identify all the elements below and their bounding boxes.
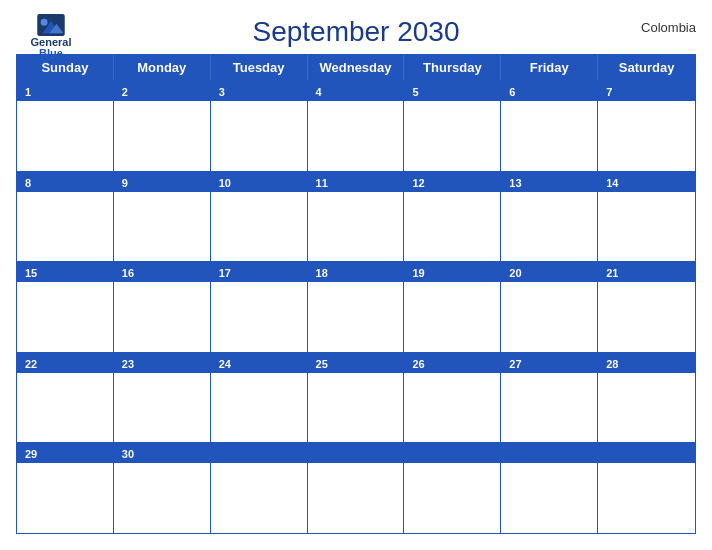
day-headers-row: Sunday Monday Tuesday Wednesday Thursday… xyxy=(17,55,695,80)
week-row-4: 22232425262728 xyxy=(17,352,695,443)
day-cell-21: 21 xyxy=(598,262,695,352)
day-cell-2: 2 xyxy=(114,81,211,171)
day-cell-9: 9 xyxy=(114,172,211,262)
day-cell-1: 1 xyxy=(17,81,114,171)
day-cell-empty-4-6 xyxy=(598,443,695,533)
header-monday: Monday xyxy=(114,55,211,80)
day-cell-25: 25 xyxy=(308,353,405,443)
day-cell-18: 18 xyxy=(308,262,405,352)
logo-blue-text: Blue xyxy=(39,48,63,59)
day-number-8: 8 xyxy=(22,176,34,191)
country-label: Colombia xyxy=(641,20,696,35)
day-cell-24: 24 xyxy=(211,353,308,443)
day-cell-4: 4 xyxy=(308,81,405,171)
day-number-3: 3 xyxy=(216,85,228,100)
day-number-10: 10 xyxy=(216,176,234,191)
day-cell-13: 13 xyxy=(501,172,598,262)
week-row-5: 2930 xyxy=(17,442,695,533)
day-number-12: 12 xyxy=(409,176,427,191)
day-cell-29: 29 xyxy=(17,443,114,533)
day-number-22: 22 xyxy=(22,357,40,372)
day-cell-7: 7 xyxy=(598,81,695,171)
header-friday: Friday xyxy=(501,55,598,80)
day-cell-28: 28 xyxy=(598,353,695,443)
week-row-1: 1234567 xyxy=(17,80,695,171)
day-cell-15: 15 xyxy=(17,262,114,352)
day-number-16: 16 xyxy=(119,266,137,281)
day-number-7: 7 xyxy=(603,85,615,100)
day-cell-16: 16 xyxy=(114,262,211,352)
day-cell-8: 8 xyxy=(17,172,114,262)
day-cell-22: 22 xyxy=(17,353,114,443)
day-number-20: 20 xyxy=(506,266,524,281)
week-row-3: 15161718192021 xyxy=(17,261,695,352)
day-number-27: 27 xyxy=(506,357,524,372)
day-number-29: 29 xyxy=(22,447,40,462)
day-cell-23: 23 xyxy=(114,353,211,443)
day-cell-27: 27 xyxy=(501,353,598,443)
weeks-container: 1234567891011121314151617181920212223242… xyxy=(17,80,695,533)
svg-point-3 xyxy=(41,19,48,26)
day-cell-19: 19 xyxy=(404,262,501,352)
day-cell-26: 26 xyxy=(404,353,501,443)
week-row-2: 891011121314 xyxy=(17,171,695,262)
general-blue-logo-icon xyxy=(37,14,65,36)
day-cell-17: 17 xyxy=(211,262,308,352)
day-number-4: 4 xyxy=(313,85,325,100)
day-cell-empty-4-3 xyxy=(308,443,405,533)
day-number-6: 6 xyxy=(506,85,518,100)
day-cell-14: 14 xyxy=(598,172,695,262)
day-number-18: 18 xyxy=(313,266,331,281)
day-cell-3: 3 xyxy=(211,81,308,171)
day-number-11: 11 xyxy=(313,176,331,191)
day-cell-20: 20 xyxy=(501,262,598,352)
day-number-25: 25 xyxy=(313,357,331,372)
calendar-title: September 2030 xyxy=(252,16,459,48)
day-cell-empty-4-4 xyxy=(404,443,501,533)
day-number-9: 9 xyxy=(119,176,131,191)
day-number-15: 15 xyxy=(22,266,40,281)
logo-area: General Blue xyxy=(16,14,86,59)
header-thursday: Thursday xyxy=(404,55,501,80)
day-number-28: 28 xyxy=(603,357,621,372)
day-cell-11: 11 xyxy=(308,172,405,262)
day-cell-empty-4-2 xyxy=(211,443,308,533)
day-number-23: 23 xyxy=(119,357,137,372)
calendar-grid: Sunday Monday Tuesday Wednesday Thursday… xyxy=(16,54,696,534)
day-number-19: 19 xyxy=(409,266,427,281)
header-wednesday: Wednesday xyxy=(308,55,405,80)
day-number-1: 1 xyxy=(22,85,34,100)
day-number-26: 26 xyxy=(409,357,427,372)
day-number-2: 2 xyxy=(119,85,131,100)
day-number-13: 13 xyxy=(506,176,524,191)
calendar-container: General Blue September 2030 Colombia Sun… xyxy=(0,0,712,550)
day-number-24: 24 xyxy=(216,357,234,372)
calendar-header: General Blue September 2030 Colombia xyxy=(16,10,696,48)
day-cell-10: 10 xyxy=(211,172,308,262)
day-cell-5: 5 xyxy=(404,81,501,171)
day-cell-12: 12 xyxy=(404,172,501,262)
day-cell-30: 30 xyxy=(114,443,211,533)
header-tuesday: Tuesday xyxy=(211,55,308,80)
day-cell-empty-4-5 xyxy=(501,443,598,533)
day-number-30: 30 xyxy=(119,447,137,462)
day-cell-6: 6 xyxy=(501,81,598,171)
day-number-21: 21 xyxy=(603,266,621,281)
day-number-5: 5 xyxy=(409,85,421,100)
header-saturday: Saturday xyxy=(598,55,695,80)
day-number-17: 17 xyxy=(216,266,234,281)
day-number-14: 14 xyxy=(603,176,621,191)
